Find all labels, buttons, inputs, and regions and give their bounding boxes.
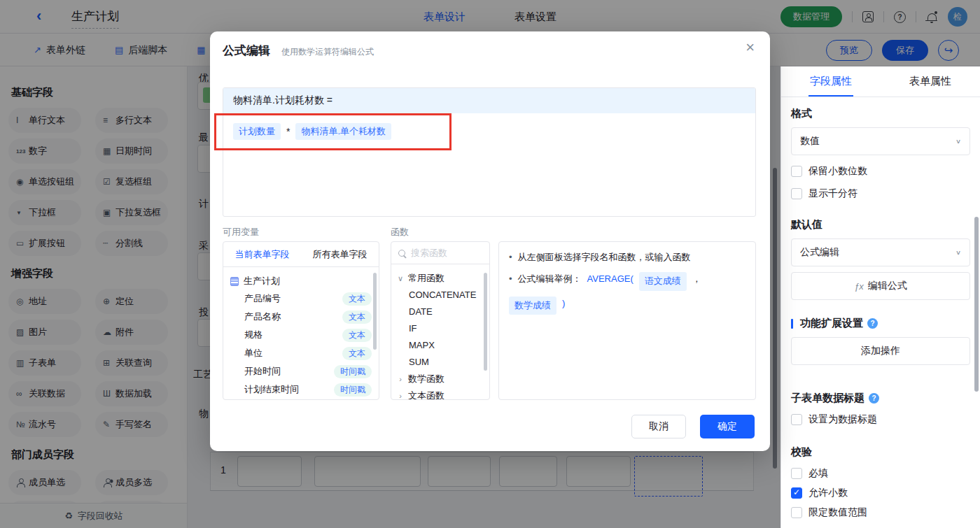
chevron-down-icon: ∨ (955, 138, 961, 145)
type-tag: 文本 (342, 311, 372, 324)
functions-label: 函数 (391, 226, 409, 238)
formula-editor: 物料清单.计划耗材数 = 计划数量 * 物料清单.单个耗材数 (223, 87, 756, 217)
checkbox-keep-decimal[interactable]: 保留小数位数 (791, 165, 970, 178)
modal-subtitle: 使用数学运算符编辑公式 (281, 46, 374, 58)
function-group-text[interactable]: ›文本函数 (397, 387, 482, 400)
help-line: • 从左侧面板选择字段名和函数，或输入函数 (509, 250, 746, 265)
functions-scrollbar[interactable] (484, 273, 487, 371)
checkbox-checked-icon[interactable] (791, 487, 802, 499)
tab-field-properties[interactable]: 字段属性 (781, 66, 881, 97)
variable-row[interactable]: 产品编号文本 (230, 290, 372, 308)
format-label: 格式 (791, 107, 970, 120)
function-group-common[interactable]: ∨常用函数 (397, 270, 482, 287)
checkbox-icon[interactable] (791, 507, 802, 518)
chevron-down-icon: ∨ (955, 249, 961, 256)
function-item[interactable]: DATE (397, 304, 482, 320)
format-select[interactable]: 数值 ∨ (791, 127, 970, 155)
validation-label: 校验 (791, 445, 970, 459)
panel-tabs: 字段属性 表单属性 (781, 66, 980, 97)
variables-scrollbar[interactable] (373, 273, 377, 350)
formula-help-panel: • 从左侧面板选择字段名和函数，或输入函数 • 公式编辑举例： AVERAGE(… (498, 241, 756, 400)
variables-label: 可用变量 (223, 226, 259, 238)
chevron-right-icon: › (397, 375, 404, 383)
example-chip: 语文成绩 (639, 272, 687, 291)
average-function-text: AVERAGE( (587, 272, 634, 287)
function-item[interactable]: IF (397, 320, 482, 337)
app-window: ‹ 生产计划 表单设计 表单设置 数据管理 ? 检 ↗表单外链 ▤后端脚本 ▦数… (0, 0, 980, 528)
formula-chip[interactable]: 物料清单.单个耗材数 (295, 123, 391, 140)
formula-input-area[interactable]: 计划数量 * 物料清单.单个耗材数 (223, 113, 755, 150)
type-tag: 时间戳 (334, 365, 372, 378)
function-item[interactable]: MAPX (397, 337, 482, 354)
example-chip: 数学成绩 (509, 297, 556, 315)
checkbox-icon[interactable] (791, 166, 802, 177)
confirm-button[interactable]: 确定 (700, 415, 755, 438)
subform-data-title-heading: 子表单数据标题 ? (791, 392, 970, 405)
modal-title: 公式编辑 (223, 43, 270, 59)
close-paren-text: ) (562, 297, 565, 311)
fx-icon: ƒx (854, 281, 864, 292)
function-item[interactable]: CONCATENATE (397, 287, 482, 304)
default-value-label: 默认值 (791, 218, 970, 231)
properties-panel: 字段属性 表单属性 格式 数值 ∨ 保留小数位数 显示千分符 默认值 公式编辑 … (780, 66, 980, 528)
tab-all-form-fields[interactable]: 所有表单字段 (313, 248, 368, 261)
question-icon[interactable]: ? (869, 393, 879, 404)
checkbox-thousand-separator[interactable]: 显示千分符 (791, 187, 970, 200)
modal-footer: 取消 确定 (631, 415, 755, 438)
checkbox-icon[interactable] (791, 188, 802, 199)
extension-settings-heading: 功能扩展设置 ? (791, 317, 970, 330)
close-icon[interactable]: × (746, 40, 755, 55)
panel-scrollbar[interactable] (974, 217, 979, 392)
variable-row[interactable]: 单位文本 (230, 344, 372, 362)
variable-row[interactable]: 规格文本 (230, 326, 372, 344)
variables-panel: 当前表单字段 所有表单字段 生产计划 产品编号文本 产品名称文本 规格文本 单位… (223, 241, 379, 400)
functions-tree: ∨常用函数 CONCATENATE DATE IF MAPX SUM ›数学函数… (391, 264, 489, 400)
checkbox-required[interactable]: 必填 (791, 467, 970, 480)
bullet: • (509, 272, 512, 287)
checkbox-limit-range[interactable]: 限定数值范围 (791, 506, 970, 519)
checkbox-icon[interactable] (791, 414, 802, 425)
variable-row[interactable]: 产品名称文本 (230, 308, 372, 326)
function-item[interactable]: SUM (397, 354, 482, 371)
type-tag: 文本 (342, 329, 372, 342)
question-icon[interactable]: ? (867, 318, 878, 329)
formula-editor-modal: 公式编辑 使用数学运算符编辑公式 × 物料清单.计划耗材数 = 计划数量 * 物… (210, 31, 770, 451)
function-search (391, 242, 489, 264)
default-value-select[interactable]: 公式编辑 ∨ (791, 238, 970, 266)
bullet: • (509, 250, 512, 265)
form-doc-icon (230, 277, 239, 286)
checkbox-allow-decimal[interactable]: 允许小数 (791, 487, 970, 499)
tab-current-form-fields[interactable]: 当前表单字段 (235, 248, 290, 261)
edit-formula-button[interactable]: ƒx 编辑公式 (791, 272, 970, 300)
variables-root[interactable]: 生产计划 (230, 273, 372, 290)
checkbox-set-data-title[interactable]: 设置为数据标题 (791, 413, 970, 426)
modal-header: 公式编辑 使用数学运算符编辑公式 (223, 43, 374, 59)
tab-form-properties[interactable]: 表单属性 (881, 66, 980, 97)
chevron-down-icon: ∨ (397, 274, 404, 283)
function-search-input[interactable] (411, 248, 474, 258)
functions-panel: ∨常用函数 CONCATENATE DATE IF MAPX SUM ›数学函数… (391, 241, 490, 400)
type-tag: 文本 (342, 347, 372, 360)
checkbox-icon[interactable] (791, 468, 802, 479)
type-tag: 文本 (342, 292, 372, 306)
variables-tree: 生产计划 产品编号文本 产品名称文本 规格文本 单位文本 开始时间时间戳 计划结… (223, 267, 379, 399)
variables-tabs: 当前表单字段 所有表单字段 (223, 242, 379, 267)
add-action-button[interactable]: 添加操作 (791, 337, 970, 365)
formula-chip[interactable]: 计划数量 (233, 123, 281, 140)
function-group-math[interactable]: ›数学函数 (397, 371, 482, 387)
formula-operator: * (286, 126, 290, 137)
cancel-button[interactable]: 取消 (631, 415, 686, 438)
variable-row[interactable]: 计划结束时间时间戳 (230, 380, 372, 399)
variable-row[interactable]: 开始时间时间戳 (230, 362, 372, 380)
search-icon (398, 250, 405, 257)
help-example-line: • 公式编辑举例： AVERAGE( 语文成绩 ， 数学成绩 ) (509, 272, 746, 315)
chevron-right-icon: › (397, 392, 404, 400)
formula-target: 物料清单.计划耗材数 = (223, 88, 755, 113)
type-tag: 时间戳 (334, 383, 372, 397)
